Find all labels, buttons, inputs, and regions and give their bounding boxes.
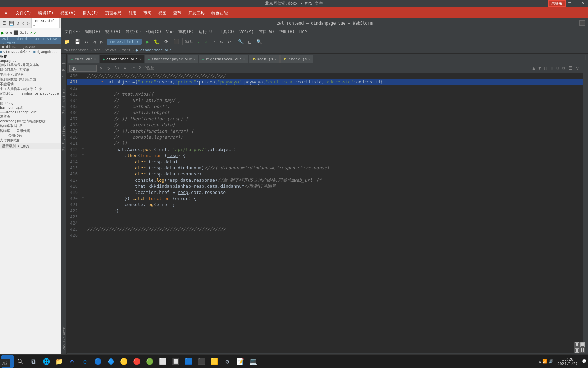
wps-menu-view[interactable]: 视图(V) (58, 10, 78, 17)
ws-menu-run[interactable]: 运行(U) (197, 28, 216, 35)
fold-413[interactable]: ▽ (81, 153, 85, 156)
ws-menu-code[interactable]: 代码(C) (144, 28, 164, 35)
wps-menu-section[interactable]: 查节 (171, 10, 183, 17)
search-refresh-btn[interactable]: ↻ (106, 65, 111, 71)
sync-icon[interactable]: ↻ (84, 38, 89, 45)
right-panel-toggle[interactable]: ║ (584, 54, 587, 61)
tab-close-cart[interactable]: ✕ (94, 57, 96, 61)
ws-menu-vue[interactable]: Vue (164, 29, 176, 35)
search-clear-btn[interactable]: ✕ (99, 65, 104, 71)
sidebar-item-10[interactable]: 的 CSS, (0, 101, 61, 106)
sidebar-item-11[interactable]: bar.vue 样式 (0, 106, 61, 110)
wps-menu-ref[interactable]: 引用 (126, 10, 138, 17)
wps-toolbar-icon-1[interactable]: ☰ (1, 20, 7, 26)
project-icon[interactable]: 📁 (63, 38, 71, 45)
taskbar-app8-btn[interactable]: 🟦 (182, 355, 195, 368)
breadcrumb-src[interactable]: src (94, 48, 100, 52)
wps-menu-insert[interactable]: 插入(I) (81, 10, 100, 17)
wps-menu-dev[interactable]: 开发工具 (186, 10, 207, 17)
search-regex-btn[interactable]: .* (129, 65, 136, 71)
tab-rightdata-vue[interactable]: ◈ rightdatacom.vue ✕ (199, 55, 248, 63)
breadcrumb-zwl[interactable]: zwlfrontend (64, 48, 89, 52)
sidebar-item-12[interactable]: ---detailspage.vue (0, 110, 61, 114)
taskbar-edge-btn[interactable]: 🌐 (40, 355, 52, 368)
sidebar-item-14[interactable]: created()中取消商品的数据 (0, 119, 61, 124)
git-check2-icon[interactable]: ✓ (203, 38, 209, 45)
taskbar-app10-btn[interactable]: 🟨 (208, 355, 220, 368)
taskbar-app4-btn[interactable]: 🔴 (131, 355, 143, 368)
wps-menu-view2[interactable]: 视图 (156, 10, 168, 17)
taskbar-ie-btn[interactable]: e (79, 355, 91, 368)
search-options-btn[interactable]: □ (543, 65, 548, 71)
tab-close-rightdata[interactable]: ✕ (243, 57, 245, 61)
ws-menu-file[interactable]: 文件(F) (63, 28, 82, 35)
ws-menu-view[interactable]: 视图(V) (103, 28, 123, 35)
git-check1-icon[interactable]: ✓ (196, 38, 201, 45)
wps-menu-review[interactable]: 审阅 (141, 10, 153, 17)
ws-menu-help[interactable]: 帮助(H) (277, 28, 297, 35)
nav-breadcrumb[interactable]: index.html ▾ (107, 39, 142, 45)
sidebar-item-18[interactable]: 支付页的底部 (0, 138, 61, 143)
wps-run-btn[interactable]: ▶ (1, 30, 4, 35)
not-logged-btn[interactable]: 未登录 (548, 0, 566, 7)
bookmark-icon[interactable]: □ (247, 38, 252, 45)
taskbar-app12-btn[interactable]: 📝 (234, 355, 246, 368)
sidebar-item-9[interactable]: 如下 (0, 96, 61, 101)
debug-icon[interactable]: 🐛 (152, 38, 161, 45)
fold-412[interactable]: ▽ (81, 147, 85, 150)
ws-menu-window[interactable]: 窗口(W) (257, 28, 277, 35)
sidebar-item-1[interactable]: anpage.vue (0, 59, 61, 63)
tray-icon-1[interactable]: ∧ (539, 359, 541, 364)
aws-tab[interactable]: AWS Explorer (62, 325, 66, 352)
wps-toolbar-icon-fwd[interactable]: ▷ (26, 20, 30, 26)
ws-hide-btn[interactable]: ║ (579, 20, 585, 26)
tab-close-main[interactable]: ✕ (275, 57, 277, 61)
sidebar-item-7[interactable]: 中加入购物车,会执行 2 次 (0, 87, 61, 91)
stop-icon[interactable]: ⬛ (172, 38, 180, 45)
taskbar-app5-btn[interactable]: 🟢 (144, 355, 156, 368)
ws-menu-tools[interactable]: 工具(O) (217, 28, 237, 35)
wps-menu-features[interactable]: 特色功能 (209, 10, 230, 17)
wps-toolbar-icon-2[interactable]: 💾 (8, 20, 15, 26)
sidebar-item-15[interactable]: 购物车取消 品 (0, 124, 61, 128)
wps-menu-edit[interactable]: 编辑(E) (36, 10, 56, 17)
ws-menu-edit[interactable]: 编辑(E) (83, 28, 103, 35)
search-split2-btn[interactable]: ⊟ (556, 65, 560, 71)
save-icon[interactable]: 💾 (73, 38, 82, 45)
sidebar-item-2[interactable]: 接收订单编号,并写入本地 (0, 63, 61, 67)
search-up-btn[interactable]: ▲ (531, 65, 536, 71)
breadcrumb-views[interactable]: views (105, 48, 117, 52)
forward-icon[interactable]: ▷ (99, 38, 104, 45)
breadcrumb-dindanpage[interactable]: ● dindanpage.vue (136, 48, 172, 52)
ws-menu-nav[interactable]: 导航(O) (124, 28, 143, 35)
taskbar-folder-btn[interactable]: 📁 (53, 355, 65, 368)
sidebar-item-16[interactable]: 购物车---公用代码 (0, 128, 61, 133)
tab-cart-vue[interactable]: ◈ cart.vue ✕ (68, 55, 99, 63)
maximize-btn[interactable]: □ (574, 0, 579, 7)
wps-menu-layout[interactable]: 页面布局 (103, 10, 124, 17)
tray-notification[interactable]: 💬 (582, 359, 587, 364)
tab-index-js[interactable]: JS index.js ✕ (280, 55, 313, 63)
tab-main-js[interactable]: JS main.js ✕ (249, 55, 279, 63)
time-area[interactable]: 19:26 2021/1/27 (555, 357, 581, 366)
taskbar-app11-btn[interactable]: ⚙ (221, 355, 233, 368)
taskbar-app2-btn[interactable]: 🔷 (105, 355, 117, 368)
search-split3-btn[interactable]: ⊠ (561, 65, 566, 71)
search-aa-btn[interactable]: Aa (113, 65, 120, 71)
taskbar-app6-btn[interactable]: ⬜ (157, 355, 169, 368)
sidebar-item-3[interactable]: 取消订单号,去找单 (0, 67, 61, 72)
tab-dindanpage-vue[interactable]: ◈ dindanpage.vue ✕ (100, 55, 144, 63)
git-history-icon[interactable]: ⊙ (219, 38, 224, 45)
taskbar-app13-btn[interactable]: 💻 (247, 355, 259, 368)
search-w-btn[interactable]: W (122, 65, 128, 71)
code-editor[interactable]: 400 ////////////////////////////////////… (67, 73, 583, 353)
tab-close-dindan[interactable]: ✕ (139, 57, 141, 61)
tab-close-smdn[interactable]: ✕ (193, 57, 195, 61)
sidebar-item-13[interactable]: 发货页 (0, 114, 61, 119)
project-tab[interactable]: 1: Project (61, 54, 66, 80)
taskbar-app1-btn[interactable]: 🔵 (92, 355, 104, 368)
ws-menu-hcp[interactable]: HCP (297, 29, 309, 35)
sidebar-item-5[interactable]: 被删减数据,并刷新页面 (0, 77, 61, 82)
taskbar-app3-btn[interactable]: 🟡 (118, 355, 130, 368)
wps-toolbar-icon-back[interactable]: ◁ (21, 20, 25, 26)
